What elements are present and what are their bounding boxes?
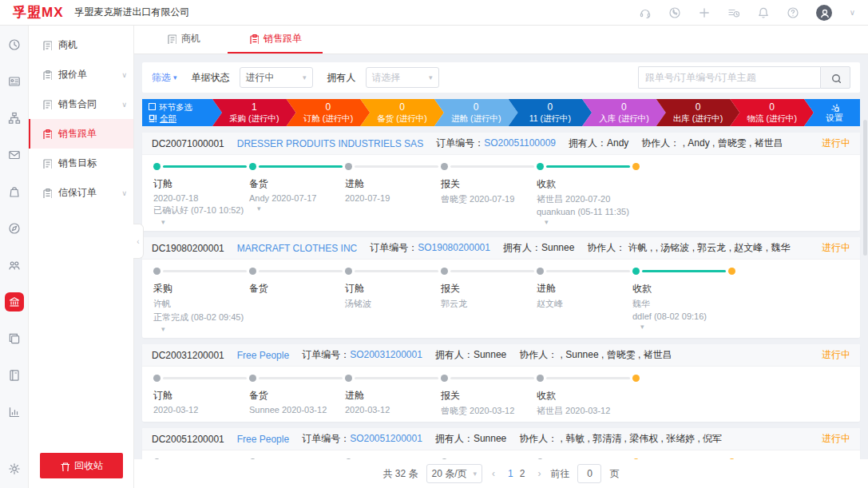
bell-icon[interactable]: [757, 6, 769, 18]
rail-item-users[interactable]: [5, 256, 24, 275]
pipeline-stage[interactable]: 0订舱 (进行中): [287, 99, 371, 126]
sidebar-item[interactable]: 商机: [29, 30, 133, 60]
help-icon[interactable]: [787, 6, 799, 18]
sidebar-collapse-handle[interactable]: ‹: [133, 224, 144, 259]
idcard-icon: [8, 75, 21, 88]
tab-销售跟单[interactable]: 销售跟单: [228, 26, 323, 54]
rail-item-chart[interactable]: [5, 403, 24, 422]
sidebar-item[interactable]: 报价单∨: [29, 60, 133, 89]
pipeline-stage[interactable]: 0物流 (进行中): [730, 99, 814, 126]
order-timeline: 采购许帆正常完成 (08-02 09:45)▾备货订舱汤铭波报关郭云龙进舱赵文峰…: [142, 260, 860, 338]
main-content: ‹ 商机销售跟单 筛选▾ 单据状态 进行中▾ 拥有人 请选择▾: [134, 26, 868, 488]
customer-link[interactable]: MARCRAFT CLOTHES INC: [237, 243, 357, 254]
order-no-link[interactable]: SO20051200001: [350, 433, 422, 444]
filter-toggle[interactable]: 筛选▾: [152, 71, 177, 85]
pipeline-all-segment[interactable]: 环节多选 全部: [142, 99, 222, 126]
rail-item-settings[interactable]: [5, 459, 24, 478]
step-name: 进舱: [345, 177, 441, 191]
rail-item-tree[interactable]: [5, 109, 24, 128]
sidebar-item[interactable]: 销售跟单: [29, 119, 133, 149]
step-connector: [259, 377, 343, 379]
step-connector: [355, 270, 438, 272]
sidebar-item-label: 报价单: [58, 68, 87, 81]
rail-item-compass[interactable]: [5, 219, 24, 238]
avatar[interactable]: [816, 5, 832, 21]
owner-select-placeholder: 请选择: [372, 71, 401, 85]
timeline-step: 采购许帆正常完成 (08-02 09:45)▾: [153, 268, 249, 333]
customer-link[interactable]: Free People: [237, 434, 289, 445]
rail-item-copy[interactable]: [5, 329, 24, 348]
goto-page-input[interactable]: [577, 464, 601, 483]
step-dot: [345, 268, 352, 275]
recycle-bin-button[interactable]: 回收站: [40, 453, 123, 478]
avatar-chevron-down-icon[interactable]: ∨: [850, 8, 855, 17]
order-code: DC19080200001: [152, 243, 224, 254]
sidebar-item[interactable]: 信保订单∨: [29, 178, 133, 208]
page-number-2[interactable]: 2: [517, 468, 529, 479]
step-expand-toggle[interactable]: ▾: [161, 218, 171, 226]
pipeline-stage[interactable]: 0入库 (进行中): [582, 99, 666, 126]
rail-item-idcard[interactable]: [5, 72, 24, 91]
sidebar-item[interactable]: 销售合同∨: [29, 89, 133, 119]
step-info: 褚世昌 2020-03-12: [537, 405, 632, 417]
pipeline-stage[interactable]: 0备货 (进行中): [360, 99, 444, 126]
plus-icon[interactable]: [698, 6, 710, 18]
pipeline-stage[interactable]: 0进舱 (进行中): [434, 99, 518, 126]
step-name: 订舱: [345, 282, 441, 296]
chat-icon[interactable]: [668, 6, 680, 18]
timeline-step: 备货: [249, 268, 345, 333]
pipeline-stage[interactable]: 1采购 (进行中): [212, 99, 296, 126]
chevron-down-icon: ∨: [121, 189, 127, 197]
customer-link[interactable]: Free People: [237, 350, 289, 361]
step-dot: [441, 375, 448, 382]
order-code: DC20071000001: [152, 138, 224, 149]
rail-item-book[interactable]: [5, 366, 24, 385]
stage-label: 备货 (进行中): [377, 113, 426, 123]
page-size-select[interactable]: 20 条/页▾: [426, 464, 483, 483]
rail-item-bag[interactable]: [5, 182, 24, 201]
step-expand-toggle[interactable]: ▾: [640, 323, 650, 331]
headset-icon[interactable]: [639, 6, 651, 18]
pipeline-stage[interactable]: 0出库 (进行中): [656, 99, 740, 126]
step-dot: [537, 268, 544, 275]
step-name: 备货: [249, 177, 345, 191]
search-button[interactable]: [820, 66, 850, 89]
status-badge: 进行中: [822, 432, 850, 446]
multi-select-checkbox[interactable]: [149, 103, 156, 110]
pipeline-stage[interactable]: 011 (进行中): [509, 99, 593, 126]
sidebar-item[interactable]: 销售目标: [29, 149, 133, 178]
step-info: Sunnee 2020-03-12: [249, 405, 345, 415]
step-name: 备货: [249, 282, 345, 296]
step-dot: [249, 268, 256, 275]
order-no-link[interactable]: SO20051100009: [484, 137, 556, 149]
order-no-link[interactable]: SO19080200001: [418, 242, 490, 253]
timeline-step: 备货Sunnee 2020-03-12: [249, 375, 345, 417]
all-stages-link[interactable]: 全部: [160, 113, 176, 123]
tab-商机[interactable]: 商机: [145, 26, 221, 54]
rail-item-clock[interactable]: [5, 35, 24, 54]
clip-icon: [42, 129, 52, 139]
owner-select[interactable]: 请选择▾: [366, 67, 439, 88]
status-select[interactable]: 进行中▾: [240, 67, 313, 88]
vertical-scrollbar[interactable]: [863, 120, 867, 256]
search-input[interactable]: [638, 66, 820, 89]
users-icon: [8, 259, 21, 272]
timeline-end: [728, 268, 735, 333]
step-expand-toggle[interactable]: ▾: [257, 204, 267, 212]
rail-item-mail[interactable]: [5, 145, 24, 165]
prev-page-button[interactable]: ‹: [490, 468, 497, 479]
page-number-1[interactable]: 1: [505, 468, 517, 479]
sidebar-item-label: 商机: [58, 38, 77, 52]
step-expand-toggle[interactable]: ▾: [545, 218, 554, 226]
doc-icon: [42, 40, 52, 50]
timeline-step: 进舱赵文峰: [537, 268, 632, 333]
rail-item-bank[interactable]: [5, 292, 24, 311]
order-no-link[interactable]: SO20031200001: [350, 349, 422, 360]
step-expand-toggle[interactable]: ▾: [161, 325, 171, 333]
history-icon[interactable]: [727, 6, 739, 18]
customer-link[interactable]: DRESSER PRODUITS INDUSTRIELS SAS: [237, 138, 423, 149]
step-info: 褚世昌 2020-07-20: [537, 193, 632, 205]
next-page-button[interactable]: ›: [536, 468, 542, 479]
timeline-step: 采购2020-05-12: [153, 458, 249, 459]
step-name: 收款: [537, 389, 632, 403]
